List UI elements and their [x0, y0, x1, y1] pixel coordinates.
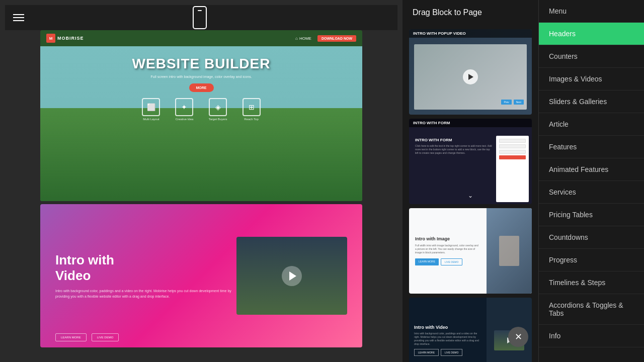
block-3-btn-demo[interactable]: LIVE DEMO: [441, 258, 462, 265]
wb-nav-links: ⌂ HOME DOWNLOAD NOW: [295, 35, 356, 42]
category-animated-features[interactable]: Animated Features: [539, 158, 644, 181]
wb-feature-label-layout: Multi Layout: [142, 118, 160, 121]
category-counters[interactable]: Counters: [539, 45, 644, 68]
wb-hero-content: WEBSITE BUILDER Full screen intro with b…: [45, 56, 357, 121]
video-thumbnail: [236, 237, 347, 315]
wb-feature-icon-idea: ✦: [175, 98, 193, 116]
block-thumb-intro-image[interactable]: Intro with Image Full width intro with i…: [409, 208, 532, 294]
block-4-desc: Intro with background color, paddings an…: [414, 332, 481, 346]
block-2-label: INTRO WITH FORM: [409, 119, 532, 127]
wb-feature-multi-layout: ⬜ Multi Layout: [142, 98, 160, 121]
wb-hero-button[interactable]: MORE: [189, 83, 214, 92]
wb-feature-target-buyers: ◈ Target Buyers: [208, 98, 227, 121]
preview-panel: M MOBIRISE ⌂ HOME DOWNLOAD NOW WEBSITE B…: [0, 0, 403, 362]
play-button[interactable]: [282, 266, 302, 286]
drag-header: Drag Block to Page: [403, 0, 538, 25]
category-headers[interactable]: Headers: [539, 23, 644, 45]
block-1-btn2: Next: [514, 100, 524, 105]
block-2-form: [496, 136, 529, 202]
category-accordions[interactable]: Accordions & Toggles & Tabs: [539, 294, 644, 325]
wb-feature-icon-layout: ⬜: [142, 98, 160, 116]
block-1-btn1: Prev: [501, 100, 511, 105]
wb-hero-subtitle: Full screen intro with background image,…: [45, 75, 357, 78]
category-progress[interactable]: Progress: [539, 249, 644, 272]
close-button[interactable]: ✕: [508, 327, 528, 347]
wb-logo-icon: M: [46, 34, 55, 43]
wb-feature-creative-idea: ✦ Creative Idea: [175, 98, 193, 121]
category-images-videos[interactable]: Images & Videos: [539, 68, 644, 90]
wb-features: ⬜ Multi Layout ✦ Creative Idea ◈ Target …: [45, 98, 357, 121]
category-menu[interactable]: Menu: [539, 0, 644, 23]
popup-play-icon: [468, 74, 473, 80]
category-countdowns[interactable]: Countdowns: [539, 226, 644, 249]
blocks-panel: Drag Block to Page INTRO WITH POPUP VIDE…: [403, 0, 538, 362]
block-2-desc: Click here to edit the text in the top r…: [415, 144, 492, 155]
website-builder-preview: M MOBIRISE ⌂ HOME DOWNLOAD NOW WEBSITE B…: [40, 30, 362, 201]
block-3-title: Intro with Image: [415, 236, 480, 241]
top-bar: [5, 5, 397, 30]
wb-feature-icon-buyers: ◈: [209, 98, 227, 116]
phone-preview-icon[interactable]: [193, 6, 207, 29]
play-icon: [289, 272, 296, 281]
live-demo-button[interactable]: LIVE DEMO: [92, 333, 119, 341]
category-sliders-galleries[interactable]: Sliders & Galleries: [539, 90, 644, 113]
block-4-title: Intro with Video: [414, 325, 481, 330]
wb-feature-label-buyers: Target Buyers: [208, 118, 227, 121]
category-article[interactable]: Article: [539, 113, 644, 136]
video-bottom-buttons: LEARN MORE LIVE DEMO: [55, 333, 119, 341]
category-info[interactable]: Info: [539, 325, 644, 347]
block-2-down-arrow: ⌄: [468, 192, 473, 199]
video-text-section: Intro withVideo Intro with background co…: [55, 252, 236, 299]
hamburger-icon[interactable]: [13, 14, 24, 21]
block-1-label: INTRO WITH POPUP VIDEO: [409, 29, 532, 38]
drag-header-title: Drag Block to Page: [413, 8, 482, 17]
video-intro-description: Intro with background color, paddings an…: [55, 289, 236, 299]
wb-nav-home: ⌂ HOME: [295, 36, 311, 41]
categories-panel: Menu Headers Counters Images & Videos Sl…: [538, 0, 644, 362]
category-timelines-steps[interactable]: Timelines & Steps: [539, 272, 644, 294]
wb-feature-label-idea: Creative Idea: [175, 118, 193, 121]
wb-feature-label-reach: Reach Top: [243, 118, 261, 121]
block-4-btn-demo[interactable]: LIVE DEMO: [441, 349, 462, 356]
category-services[interactable]: Services: [539, 181, 644, 204]
category-pricing-tables[interactable]: Pricing Tables: [539, 204, 644, 226]
block-3-desc: Full width intro with image background, …: [415, 244, 480, 254]
video-intro-preview: Intro withVideo Intro with background co…: [40, 204, 362, 347]
learn-more-button[interactable]: LEARN MORE: [55, 333, 87, 341]
wb-feature-reach-top: ⊞ Reach Top: [243, 98, 261, 121]
block-thumb-popup-video[interactable]: INTRO WITH POPUP VIDEO Prev Next: [409, 29, 532, 115]
wb-logo-text: MOBIRISE: [57, 36, 84, 41]
wb-hero-title: WEBSITE BUILDER: [45, 56, 357, 72]
block-3-image: [487, 208, 532, 294]
block-2-title: INTRO WITH FORM: [415, 138, 492, 142]
wb-hero: WEBSITE BUILDER Full screen intro with b…: [40, 46, 362, 201]
block-thumb-intro-form[interactable]: INTRO WITH FORM INTRO WITH FORM Click he…: [409, 119, 532, 204]
block-3-btn-learn[interactable]: LEARN MORE: [415, 258, 439, 265]
category-features[interactable]: Features: [539, 136, 644, 158]
wb-logo: M MOBIRISE: [46, 34, 84, 43]
wb-navbar: M MOBIRISE ⌂ HOME DOWNLOAD NOW: [40, 30, 362, 46]
video-intro-title: Intro withVideo: [55, 252, 236, 284]
wb-nav-download: DOWNLOAD NOW: [317, 35, 356, 42]
wb-feature-icon-reach: ⊞: [243, 98, 261, 116]
block-4-btn-learn[interactable]: LEARN MORE: [414, 349, 439, 356]
